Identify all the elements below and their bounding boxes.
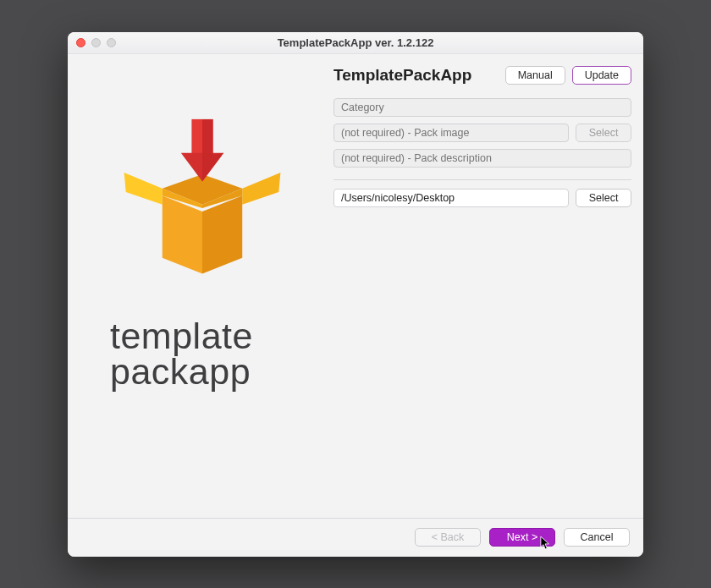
titlebar: TemplatePackApp ver. 1.2.122 — [68, 32, 643, 54]
output-path-input[interactable] — [333, 189, 569, 207]
pack-image-select-button[interactable]: Select — [576, 124, 631, 142]
maximize-icon[interactable] — [107, 38, 116, 47]
back-button: < Back — [415, 528, 481, 547]
close-icon[interactable] — [76, 38, 85, 47]
cursor-icon — [540, 536, 552, 551]
svg-marker-6 — [202, 195, 242, 273]
next-button-label: Next > — [507, 531, 537, 543]
brand-line2: packapp — [110, 354, 253, 389]
output-path-row: Select — [333, 189, 631, 207]
box-arrow-icon — [113, 103, 291, 281]
brand-line1: template — [110, 318, 253, 354]
pack-image-input[interactable] — [333, 124, 569, 142]
pack-description-row — [333, 149, 631, 168]
svg-marker-1 — [124, 172, 163, 204]
pack-description-input[interactable] — [333, 149, 631, 168]
cancel-button[interactable]: Cancel — [564, 528, 630, 547]
svg-marker-2 — [242, 172, 280, 204]
window-title: TemplatePackApp ver. 1.2.122 — [68, 36, 643, 49]
brand-wordmark: template packapp — [80, 318, 253, 389]
window-controls — [68, 38, 116, 47]
output-path-select-button[interactable]: Select — [576, 189, 631, 207]
minimize-icon[interactable] — [91, 38, 101, 47]
window-body: template packapp TemplatePackApp Manual … — [68, 54, 643, 518]
category-input[interactable] — [333, 98, 631, 117]
form-header: TemplatePackApp Manual Update — [333, 66, 631, 85]
next-button[interactable]: Next > — [489, 528, 555, 547]
svg-marker-10 — [541, 536, 549, 549]
svg-marker-9 — [202, 118, 223, 181]
pack-image-row: Select — [333, 124, 631, 142]
branding-panel: template packapp — [80, 63, 325, 518]
app-window: TemplatePackApp ver. 1.2.122 — [68, 32, 643, 557]
category-row — [333, 98, 631, 117]
divider — [333, 179, 631, 180]
manual-button[interactable]: Manual — [505, 66, 565, 85]
wizard-footer: < Back Next > Cancel — [68, 518, 643, 557]
form-panel: TemplatePackApp Manual Update Select Sel… — [333, 63, 631, 518]
svg-marker-5 — [163, 195, 202, 273]
page-title: TemplatePackApp — [333, 66, 499, 85]
update-button[interactable]: Update — [572, 66, 631, 85]
